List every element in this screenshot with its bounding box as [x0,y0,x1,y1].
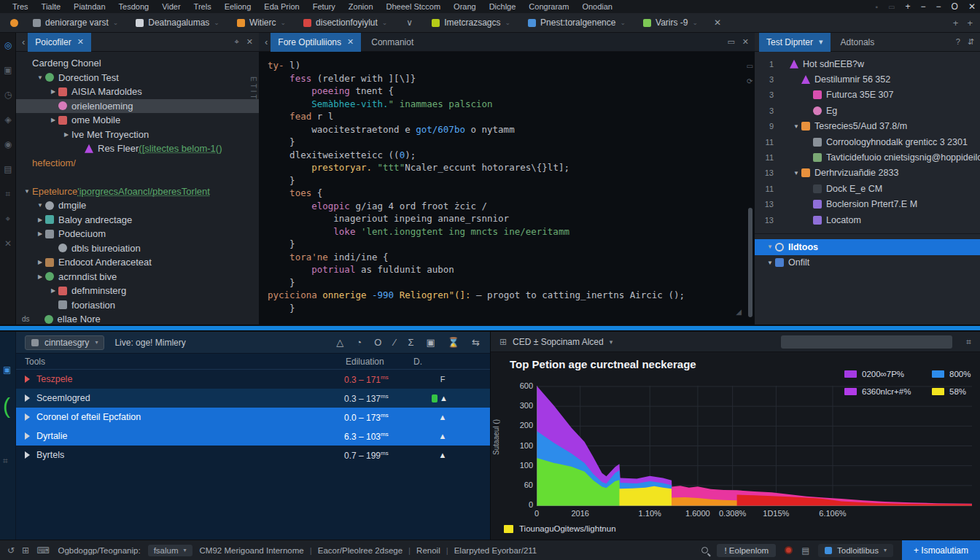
status-search-button[interactable]: ! Eolpenlom [717,544,776,557]
gutter-icon-2[interactable]: ⌗ [3,456,8,466]
add-config-icon[interactable]: + [967,18,973,28]
tab-adtonals[interactable]: Adtonals [831,37,885,47]
gutter-icon-1[interactable]: ( [3,394,10,419]
tree-item[interactable]: ▶Baloy andrectage [16,213,259,228]
test-tree-item[interactable]: 3Futurca 35E 307 [755,88,980,103]
tree-item[interactable]: ▼Epetelurce 'iporgrecsAfoancl/pberesTorl… [16,184,259,199]
tree-item[interactable]: dbls biureoiation [16,241,259,256]
chart-source-label[interactable]: CED ± Sopcinam Alced [513,337,604,347]
menu-vider[interactable]: Vider [155,2,187,11]
window-control-4[interactable]: ✕ [968,1,976,12]
tab-project[interactable]: Poicofiler ✕ [28,33,91,52]
column-evaluation[interactable]: Ediluation [346,357,384,367]
tree-item[interactable]: ▶AISIA Mardoldes [16,85,259,99]
run-config-tab-0[interactable]: deniorarge varst⌄ [24,13,127,33]
menu-tialte[interactable]: Tialte [35,2,68,11]
expand-arrow-icon[interactable]: ▶ [48,287,58,294]
back-chevron-icon[interactable]: ‹ [265,36,268,47]
expand-arrow-icon[interactable]: ▼ [35,202,45,209]
test-group-item[interactable]: ▼Ildtoos [755,239,980,254]
menu-onodian[interactable]: Onodian [575,2,619,11]
menu-eda-prion[interactable]: Eda Prion [257,2,306,11]
tab-test-explorer[interactable]: Test Dipnter ▾ [759,33,831,52]
run-config-tab-6[interactable]: Varirs -9⌄ [634,13,707,33]
activity-icon-7[interactable]: ⌖ [0,206,16,231]
close-panel-icon[interactable]: ✕ [742,37,749,47]
chevron-down-icon[interactable]: ∨ [406,18,413,28]
activity-icon-3[interactable]: ◈ [0,107,16,132]
window-control-0[interactable]: + [906,1,911,12]
tree-item[interactable]: ▶Podeciuom [16,227,259,241]
tool-row[interactable]: Byrtels0.7 – 199ms▲ [16,446,490,464]
run-config-tab-4[interactable]: Imetcrazsagcs⌄ [423,13,519,33]
status-item-1[interactable]: Eacor/Pleolree 2dsege [318,546,402,555]
expand-arrow-icon[interactable]: ▶ [48,88,58,95]
tree-item[interactable]: orielenloeming [16,99,259,114]
tab-editor-active[interactable]: Fore Optiluliions ✕ [271,33,361,52]
tools-toolbar-icon-5[interactable]: ▣ [427,337,435,348]
tree-item[interactable]: ▶defnminsterg [16,284,259,298]
test-tree-item[interactable]: 13▼Derhrvizuañdie 2833 [755,166,980,181]
test-group-item[interactable]: ▼Onfilt [755,255,980,271]
menu-trels[interactable]: Trels [187,2,218,11]
tool-row[interactable]: Sceemlogred0.3 – 137ms▲ [16,389,490,408]
keyboard-icon[interactable]: ⌨ [36,545,49,556]
tools-toolbar-icon-7[interactable]: ⇆ [472,337,480,348]
expand-triangle-icon[interactable] [25,451,30,459]
expand-arrow-icon[interactable]: ▼ [35,74,45,81]
tree-item[interactable]: dsellae Nore [16,312,259,324]
back-chevron-icon[interactable]: ‹ [22,36,25,47]
status-dropdown[interactable]: fsalum ▾ [148,545,192,556]
expand-triangle-icon[interactable] [25,413,30,421]
activity-icon-0[interactable]: ◎ [0,33,16,58]
horizontal-splitter[interactable] [0,324,980,332]
expand-arrow-icon[interactable]: ▶ [35,217,45,223]
expand-arrow-icon[interactable]: ▶ [48,117,58,123]
add-tab-icon[interactable]: + [953,18,959,28]
tools-toolbar-icon-3[interactable]: ∕ [394,337,395,348]
side-vertical-tab[interactable]: ETIT [249,77,257,101]
menu-tesdong[interactable]: Tesdong [112,2,156,11]
column-tools[interactable]: Tools [25,357,45,367]
caret-down-icon[interactable]: ▾ [610,338,613,346]
tree-item[interactable]: ▼dmgile [16,198,259,213]
expand-triangle-icon[interactable] [25,376,30,383]
tools-toolbar-icon-1[interactable]: ◔ [356,337,362,348]
sort-icon[interactable]: ⇵ [968,37,974,47]
test-tree-item[interactable]: 3Eg [755,103,980,118]
status-item-2[interactable]: Renoil [416,546,440,555]
menu-dheeel-stccom[interactable]: Dheeel Stccom [380,2,448,11]
tools-toolbar-icon-6[interactable]: ⌛ [448,337,459,348]
activity-icon-5[interactable]: ▤ [0,157,16,182]
editor-side-icon-1[interactable]: ⟳ [747,77,752,85]
menu-piatndan[interactable]: Piatndan [67,2,112,11]
tool-row[interactable]: Coronel of efteil Epcfation0.0 – 173ms▲ [16,408,490,427]
activity-icon-8[interactable]: ✕ [0,231,16,256]
close-icon[interactable]: ✕ [347,37,354,47]
status-item-3[interactable]: Elarpyted Eyorbar/211 [454,546,537,555]
tab-editor-inactive[interactable]: Conmaniot [361,37,424,47]
tree-item[interactable]: ▶acrnndist bive [16,270,259,284]
pin-icon[interactable]: ⌖ [235,37,239,47]
expand-arrow-icon[interactable]: ▶ [61,131,71,138]
chart-search-input[interactable] [781,335,952,349]
tree-item[interactable]: fooriastion [16,298,259,313]
tree-item[interactable]: ▶Ive Met Troyection [16,128,259,142]
expand-triangle-icon[interactable] [25,394,30,402]
expand-triangle-icon[interactable] [25,432,30,440]
test-tree-item[interactable]: 11Dock E_e CM [755,181,980,196]
refresh-icon[interactable]: ↺ [7,545,15,556]
close-panel-icon[interactable]: ✕ [246,37,253,47]
tree-item[interactable]: ▶Endocot Anderaceteat [16,255,259,270]
window-control-1[interactable]: − [921,1,926,12]
tools-toolbar-icon-0[interactable]: △ [336,337,343,348]
expand-arrow-icon[interactable]: ▼ [791,123,801,130]
tool-row[interactable]: Dyrtalie6.3 – 103ms▲ [16,427,490,446]
expand-arrow-icon[interactable]: ▼ [765,244,775,250]
expand-arrow-icon[interactable]: ▶ [35,273,45,280]
caret-down-icon[interactable]: ▾ [819,37,823,47]
grid-icon[interactable]: ⊞ [22,545,29,556]
primary-action-button[interactable]: + Ismoalutiam [902,540,980,560]
status-toggle[interactable]: Todloitlibus ▾ [818,544,893,557]
tree-item[interactable]: Cardeng Chonel [16,56,259,71]
